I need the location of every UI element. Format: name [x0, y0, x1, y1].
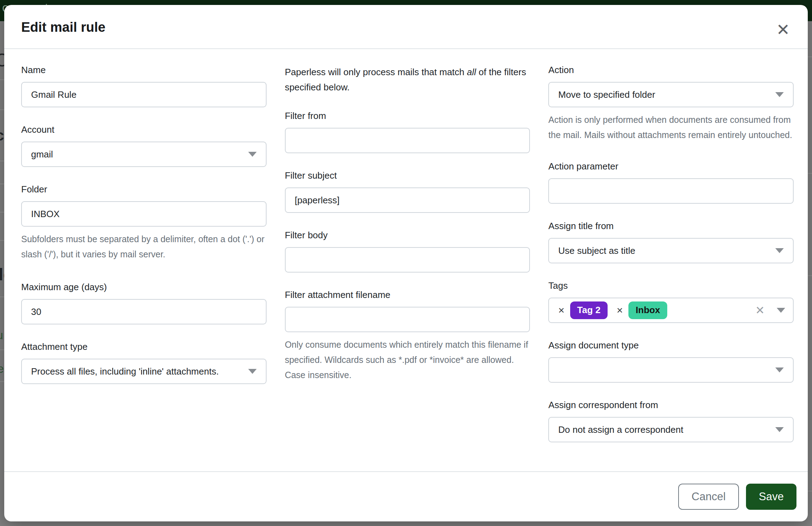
assign-title-from-select-value: Use subject as title — [558, 245, 775, 256]
filter-from-label: Filter from — [285, 110, 530, 121]
save-button[interactable]: Save — [746, 484, 796, 510]
dialog-body: Name Account gmail Folder Subfolders mus… — [4, 49, 808, 471]
column-right: Action Move to specified folder Action i… — [548, 65, 794, 459]
tag-item: × Inbox — [617, 301, 676, 319]
account-label: Account — [21, 124, 267, 135]
assign-correspondent-from-select-value: Do not assign a correspondent — [558, 424, 775, 435]
tag-item: × Tag 2 — [558, 301, 617, 319]
chevron-down-icon — [775, 92, 784, 97]
assign-document-type-select[interactable] — [548, 357, 794, 383]
action-label: Action — [548, 65, 794, 76]
chevron-down-icon — [775, 427, 784, 432]
action-parameter-input[interactable] — [548, 178, 794, 204]
background-row-divider — [808, 173, 812, 174]
max-age-label: Maximum age (days) — [21, 282, 267, 293]
filter-subject-label: Filter subject — [285, 170, 530, 181]
action-select-value: Move to specified folder — [558, 89, 775, 100]
tag-badge: Inbox — [628, 301, 667, 319]
chevron-down-icon — [248, 369, 257, 374]
dialog-header: Edit mail rule ✕ — [4, 5, 808, 49]
filters-intro: Paperless will only process mails that m… — [285, 65, 530, 95]
action-select[interactable]: Move to specified folder — [548, 82, 794, 107]
background-right-edge — [808, 21, 812, 526]
tags-label: Tags — [548, 280, 794, 291]
dialog-footer: Cancel Save — [4, 471, 808, 521]
chevron-down-icon — [248, 152, 257, 157]
chevron-down-icon — [775, 248, 784, 253]
filter-body-input[interactable] — [285, 247, 530, 273]
attachment-type-select[interactable]: Process all files, including 'inline' at… — [21, 359, 267, 384]
filter-attachment-filename-label: Filter attachment filename — [285, 289, 530, 300]
folder-label: Folder — [21, 184, 267, 195]
account-select-value: gmail — [31, 149, 248, 160]
close-icon[interactable]: ✕ — [772, 19, 794, 40]
page-backdrop: { "backdrop": { "navbar_fragment": "ocum… — [0, 0, 812, 526]
name-input[interactable] — [21, 82, 267, 107]
chevron-down-icon — [775, 367, 784, 372]
tags-select[interactable]: × Tag 2 × Inbox ✕ — [548, 298, 794, 323]
edit-mail-rule-dialog: Edit mail rule ✕ Name Account gmail Fold… — [4, 5, 808, 521]
background-row-divider — [808, 491, 812, 491]
background-row-divider — [808, 275, 812, 276]
tag-remove-icon[interactable]: × — [617, 305, 623, 316]
action-parameter-label: Action parameter — [548, 161, 794, 172]
tag-badge: Tag 2 — [570, 301, 608, 319]
attachment-type-select-value: Process all files, including 'inline' at… — [31, 366, 248, 377]
background-row-divider — [808, 56, 812, 57]
column-left: Name Account gmail Folder Subfolders mus… — [21, 65, 267, 459]
name-label: Name — [21, 65, 267, 76]
assign-title-from-select[interactable]: Use subject as title — [548, 238, 794, 263]
max-age-input[interactable] — [21, 299, 267, 324]
attachment-type-label: Attachment type — [21, 341, 267, 352]
action-hint: Action is only performed when documents … — [548, 112, 794, 143]
clear-tags-icon[interactable]: ✕ — [755, 305, 765, 316]
filter-attachment-filename-hint: Only consume documents which entirely ma… — [285, 337, 530, 383]
cancel-button[interactable]: Cancel — [678, 484, 739, 510]
filters-intro-italic: all — [467, 67, 476, 77]
assign-document-type-label: Assign document type — [548, 340, 794, 351]
account-select[interactable]: gmail — [21, 142, 267, 167]
assign-correspondent-from-select[interactable]: Do not assign a correspondent — [548, 417, 794, 442]
filter-subject-input[interactable] — [285, 187, 530, 213]
filter-body-label: Filter body — [285, 230, 530, 241]
chevron-down-icon[interactable] — [777, 308, 785, 313]
tag-remove-icon[interactable]: × — [558, 305, 565, 316]
assign-title-from-label: Assign title from — [548, 221, 794, 232]
filter-from-input[interactable] — [285, 128, 530, 153]
folder-hint: Subfolders must be separated by a delimi… — [21, 232, 267, 262]
assign-correspondent-from-label: Assign correspondent from — [548, 400, 794, 411]
folder-input[interactable] — [21, 201, 267, 227]
column-middle: Paperless will only process mails that m… — [285, 65, 530, 459]
dialog-title: Edit mail rule — [21, 20, 791, 35]
filter-attachment-filename-input[interactable] — [285, 307, 530, 332]
